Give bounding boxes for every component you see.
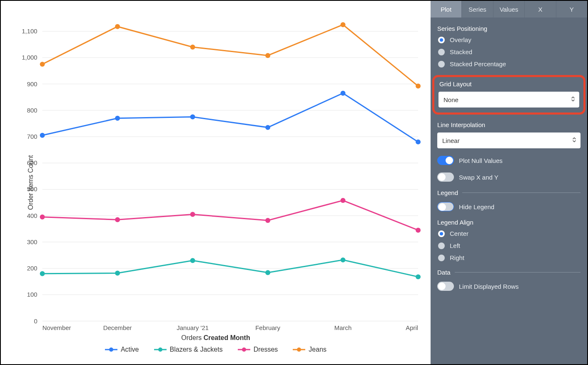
legend-marker bbox=[293, 347, 305, 352]
y-tick-label: 0 bbox=[34, 318, 37, 325]
swap-xy-toggle[interactable] bbox=[437, 172, 454, 182]
tab-y[interactable]: Y bbox=[556, 1, 587, 18]
y-tick-label: 200 bbox=[27, 265, 37, 272]
legend-label: Jeans bbox=[309, 346, 326, 353]
svg-point-1 bbox=[109, 348, 113, 352]
series-point[interactable] bbox=[115, 271, 120, 276]
y-axis-label: Order Items Count bbox=[27, 155, 35, 210]
line-chart: 01002003004005006007008009001,0001,100No… bbox=[5, 9, 426, 334]
series-positioning-label: Series Positioning bbox=[437, 25, 581, 32]
tab-plot[interactable]: Plot bbox=[431, 1, 461, 18]
series-point[interactable] bbox=[265, 125, 270, 130]
series-point[interactable] bbox=[115, 116, 120, 121]
legend-align-option-right[interactable]: Right bbox=[438, 254, 581, 261]
series-line bbox=[42, 25, 418, 86]
x-axis-label-bold: Created Month bbox=[204, 334, 250, 341]
series-positioning-option-stacked-percentage[interactable]: Stacked Percentage bbox=[438, 60, 581, 68]
series-point[interactable] bbox=[416, 274, 421, 279]
chevron-updown-icon bbox=[572, 137, 576, 144]
panel-body: Series Positioning OverlayStackedStacked… bbox=[431, 18, 587, 307]
series-line bbox=[42, 200, 418, 230]
radio-label: Center bbox=[450, 230, 468, 237]
x-tick-label: December bbox=[103, 324, 132, 331]
series-point[interactable] bbox=[40, 271, 45, 276]
radio-dot-icon bbox=[438, 61, 445, 68]
legend-item[interactable]: Blazers & Jackets bbox=[154, 346, 223, 353]
plot-null-values-row: Plot Null Values bbox=[437, 156, 581, 165]
swap-xy-label: Swap X and Y bbox=[459, 174, 498, 181]
series-point[interactable] bbox=[190, 115, 195, 120]
series-point[interactable] bbox=[190, 258, 195, 263]
limit-rows-label: Limit Displayed Rows bbox=[459, 283, 518, 290]
series-point[interactable] bbox=[40, 133, 45, 138]
grid-layout-value: None bbox=[443, 96, 458, 103]
tab-x[interactable]: X bbox=[524, 1, 556, 18]
radio-dot-icon bbox=[438, 230, 445, 237]
swap-xy-row: Swap X and Y bbox=[437, 172, 581, 182]
line-interpolation-select[interactable]: Linear bbox=[437, 132, 581, 148]
series-point[interactable] bbox=[341, 198, 346, 203]
line-interpolation-value: Linear bbox=[442, 137, 460, 144]
legend-label: Dresses bbox=[254, 346, 278, 353]
series-point[interactable] bbox=[416, 140, 421, 145]
series-point[interactable] bbox=[115, 24, 120, 29]
data-section-label: Data bbox=[437, 269, 451, 276]
legend-item[interactable]: Active bbox=[105, 346, 139, 353]
panel-tabs: PlotSeriesValuesXY bbox=[431, 1, 587, 18]
data-section-divider: Data bbox=[437, 269, 581, 276]
line-interpolation-label: Line Interpolation bbox=[437, 121, 581, 128]
legend-item[interactable]: Jeans bbox=[293, 346, 326, 353]
legend-label: Blazers & Jackets bbox=[170, 346, 223, 353]
app-root: Order Items Count 0100200300400500600700… bbox=[0, 0, 588, 365]
legend-marker bbox=[105, 347, 117, 352]
legend-marker bbox=[154, 347, 167, 352]
grid-layout-highlight: Grid Layout None bbox=[432, 75, 586, 115]
legend-align-option-left[interactable]: Left bbox=[438, 242, 581, 249]
x-axis-label-prefix: Orders bbox=[181, 334, 203, 341]
series-point[interactable] bbox=[416, 228, 421, 232]
chart-legend: ActiveBlazers & JacketsDressesJeans bbox=[5, 342, 426, 353]
series-point[interactable] bbox=[40, 215, 45, 220]
series-point[interactable] bbox=[40, 62, 45, 67]
tab-values[interactable]: Values bbox=[493, 1, 524, 18]
chart-area: Order Items Count 0100200300400500600700… bbox=[1, 1, 431, 364]
x-tick-label: March bbox=[334, 324, 352, 331]
series-positioning-group: OverlayStackedStacked Percentage bbox=[437, 36, 581, 68]
series-point[interactable] bbox=[115, 217, 120, 222]
series-point[interactable] bbox=[190, 45, 195, 50]
grid-layout-select[interactable]: None bbox=[439, 92, 579, 108]
legend-align-label: Legend Align bbox=[437, 219, 581, 226]
legend-align-option-center[interactable]: Center bbox=[438, 230, 581, 237]
limit-rows-row: Limit Displayed Rows bbox=[437, 282, 581, 291]
svg-point-3 bbox=[158, 348, 162, 352]
svg-point-7 bbox=[297, 348, 301, 352]
y-tick-label: 700 bbox=[27, 133, 37, 140]
radio-label: Right bbox=[450, 254, 464, 261]
series-point[interactable] bbox=[190, 212, 195, 217]
series-point[interactable] bbox=[265, 53, 270, 58]
legend-label: Active bbox=[121, 346, 139, 353]
series-point[interactable] bbox=[265, 270, 270, 275]
series-positioning-option-overlay[interactable]: Overlay bbox=[438, 36, 581, 43]
radio-label: Left bbox=[450, 242, 460, 249]
series-positioning-option-stacked[interactable]: Stacked bbox=[438, 48, 581, 55]
grid-layout-label: Grid Layout bbox=[439, 80, 579, 88]
radio-dot-icon bbox=[438, 242, 445, 249]
hide-legend-toggle[interactable] bbox=[437, 202, 454, 211]
series-point[interactable] bbox=[416, 84, 421, 89]
legend-align-group: CenterLeftRight bbox=[437, 230, 581, 261]
legend-item[interactable]: Dresses bbox=[238, 346, 278, 353]
series-line bbox=[42, 93, 418, 142]
series-point[interactable] bbox=[341, 258, 346, 262]
y-tick-label: 800 bbox=[27, 107, 37, 114]
plot-null-values-toggle[interactable] bbox=[437, 156, 454, 165]
series-point[interactable] bbox=[341, 22, 346, 27]
hide-legend-label: Hide Legend bbox=[459, 203, 494, 210]
limit-rows-toggle[interactable] bbox=[437, 282, 454, 291]
series-point[interactable] bbox=[265, 218, 270, 223]
radio-dot-icon bbox=[438, 49, 445, 55]
tab-series[interactable]: Series bbox=[461, 1, 493, 18]
y-tick-label: 400 bbox=[27, 212, 37, 219]
series-point[interactable] bbox=[341, 91, 346, 96]
legend-marker bbox=[238, 347, 250, 352]
